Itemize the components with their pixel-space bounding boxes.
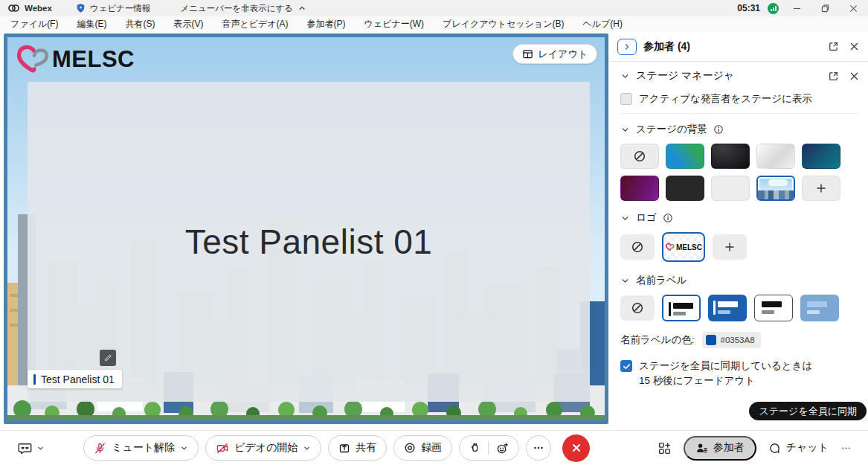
chevron-down-icon[interactable]	[620, 125, 630, 135]
menu-view[interactable]: 表示(V)	[173, 18, 203, 31]
menu-webinar[interactable]: ウェビナー(W)	[364, 18, 424, 31]
participants-icon	[695, 442, 708, 455]
plus-icon	[724, 241, 736, 253]
menu-participants[interactable]: 参加者(P)	[307, 18, 346, 31]
panel-controls: 参加者 チャット	[658, 436, 856, 461]
leave-meeting-button[interactable]	[562, 434, 590, 462]
add-background-button[interactable]	[802, 176, 840, 201]
reactions-button[interactable]	[459, 435, 519, 461]
leave-x-icon	[571, 443, 582, 453]
chat-button[interactable]: チャット	[768, 441, 829, 455]
share-button-label: 共有	[356, 441, 376, 455]
color-hex-value: #0353A8	[721, 336, 755, 344]
chat-icon	[768, 442, 781, 455]
menu-file[interactable]: ファイル(F)	[10, 18, 58, 31]
closed-captions-button[interactable]	[18, 442, 45, 455]
record-button[interactable]: 録画	[393, 435, 452, 461]
stage-logo: MELSC	[15, 43, 135, 76]
control-bar: ミュート解除 ビデオの開始 共有	[0, 430, 868, 465]
name-label-none-button[interactable]	[620, 295, 655, 321]
add-logo-button[interactable]	[713, 234, 747, 260]
participants-toggle-label: 参加者	[713, 441, 745, 455]
webinar-info-button[interactable]: ウェビナー情報	[90, 3, 151, 14]
menu-edit[interactable]: 編集(E)	[77, 18, 106, 31]
minimize-button[interactable]	[786, 1, 807, 16]
menu-breakout[interactable]: ブレイクアウトセッション(B)	[443, 18, 564, 31]
stage-area: Test Panelist 01 MELSC レイアウト Te	[4, 33, 608, 424]
active-speaker-checkbox[interactable]	[620, 93, 632, 105]
name-label-color-row: 名前ラベルの色: #0353A8	[620, 332, 859, 348]
participants-toggle-button[interactable]: 参加者	[684, 436, 756, 461]
logo-none-button[interactable]	[620, 234, 655, 260]
background-thumb-navy-teal[interactable]	[802, 144, 840, 169]
pencil-icon	[103, 353, 112, 362]
chevron-down-icon[interactable]	[620, 71, 630, 81]
name-label-style-row	[620, 295, 859, 321]
maximize-button[interactable]	[814, 1, 835, 16]
plus-icon	[815, 182, 827, 194]
chevron-down-icon[interactable]	[620, 276, 630, 286]
close-window-button[interactable]	[843, 1, 864, 16]
edit-name-label-button[interactable]	[100, 350, 116, 366]
menu-share[interactable]: 共有(S)	[125, 18, 155, 31]
background-none-thumb[interactable]	[620, 144, 659, 169]
raise-hand-icon	[469, 442, 480, 454]
sync-fade-checkbox-row[interactable]: ステージを全員に同期しているときは	[620, 359, 859, 372]
start-video-button[interactable]: ビデオの開始	[205, 435, 321, 461]
info-icon[interactable]	[663, 213, 673, 223]
stage-manager-section: ステージ マネージャ アクティブな発言者をステージに表示	[610, 62, 868, 430]
color-swatch	[706, 335, 716, 345]
sync-stage-button[interactable]: ステージを全員に同期	[749, 402, 867, 420]
more-options-button[interactable]	[526, 435, 551, 461]
chevron-up-icon	[298, 4, 306, 13]
hide-menubar-label: メニューバーを非表示にする	[180, 3, 293, 14]
popout-stage-manager-icon[interactable]	[828, 71, 839, 82]
hide-menubar-button[interactable]: メニューバーを非表示にする	[180, 3, 306, 14]
background-thumb-light-gray[interactable]	[711, 176, 750, 201]
popout-panel-icon[interactable]	[828, 41, 839, 52]
more-panels-button[interactable]	[840, 443, 852, 454]
share-button[interactable]: 共有	[328, 435, 387, 461]
no-logo-icon	[631, 240, 644, 254]
background-thumb-white-silk[interactable]	[756, 144, 795, 169]
layout-button-label: レイアウト	[538, 48, 588, 61]
menu-audio-video[interactable]: 音声とビデオ(A)	[222, 18, 288, 31]
logo-melsc-selected[interactable]: MELSC	[662, 232, 705, 262]
background-thumb-black-wave[interactable]	[711, 144, 750, 169]
background-thumb-city-selected[interactable]	[756, 176, 795, 201]
participants-panel: 参加者 (4) ステージ マネージャ	[610, 32, 868, 430]
name-label-style-blue[interactable]	[708, 295, 747, 321]
apps-button[interactable]	[658, 441, 672, 455]
unmute-button[interactable]: ミュート解除	[83, 435, 199, 461]
active-speaker-checkbox-row[interactable]: アクティブな発言者をステージに表示	[620, 92, 859, 105]
more-dots-icon	[533, 442, 544, 454]
name-label-style-plain-white[interactable]	[754, 295, 793, 321]
layout-icon	[522, 48, 533, 60]
name-label-color-picker[interactable]: #0353A8	[702, 332, 761, 348]
info-icon[interactable]	[713, 124, 724, 135]
name-label-style-white-selected[interactable]	[662, 295, 701, 321]
camera-off-icon	[216, 442, 229, 455]
background-thumb-charcoal[interactable]	[666, 176, 704, 201]
close-stage-manager-icon[interactable]	[849, 71, 859, 81]
close-panel-icon[interactable]	[849, 42, 859, 51]
name-label-style-translucent[interactable]	[800, 295, 839, 321]
webex-logo-icon	[7, 3, 20, 13]
background-thumb-blue-green[interactable]	[666, 144, 704, 169]
collapse-panel-button[interactable]	[617, 39, 637, 55]
layout-button[interactable]: レイアウト	[512, 44, 597, 64]
background-thumb-maroon-purple[interactable]	[620, 176, 659, 201]
start-video-button-label: ビデオの開始	[234, 441, 298, 455]
chevron-down-icon[interactable]	[620, 214, 630, 223]
share-icon	[338, 442, 350, 454]
stage-background-title: ステージの背景	[636, 123, 707, 136]
sync-fade-label-line2: 15 秒後にフェードアウト	[639, 374, 859, 388]
chevron-down-icon	[180, 444, 188, 452]
menu-help[interactable]: ヘルプ(H)	[582, 18, 623, 31]
connection-quality-icon[interactable]	[768, 3, 779, 14]
unmute-button-label: ミュート解除	[112, 441, 175, 455]
sync-fade-checkbox[interactable]	[620, 360, 632, 372]
name-label-color-label: 名前ラベルの色:	[620, 333, 695, 347]
meeting-clock: 05:31	[737, 3, 760, 13]
stage-name-label: Test Panelist 01	[28, 370, 122, 388]
